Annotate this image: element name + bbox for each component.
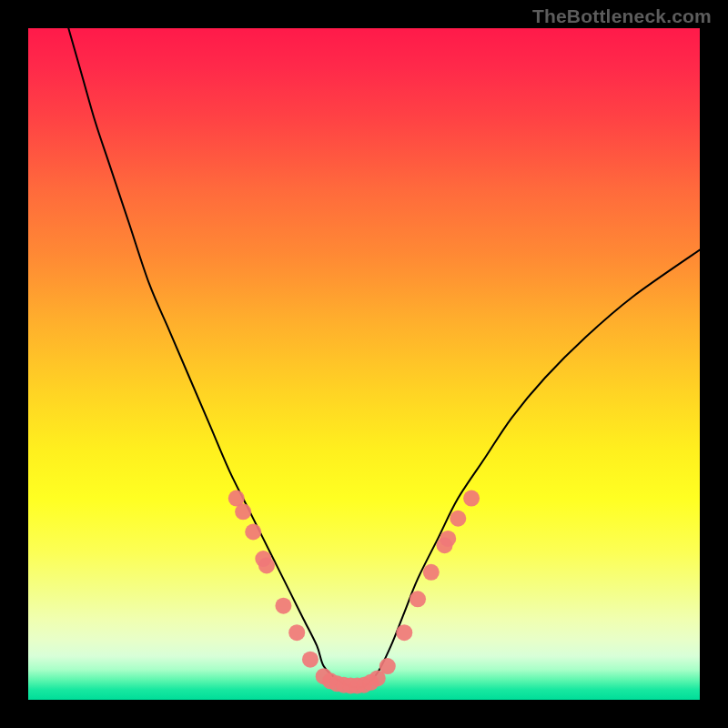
data-marker [423,564,440,581]
data-marker [463,490,480,507]
data-marker [275,598,291,614]
bottleneck-curve [68,28,700,688]
data-marker [379,658,396,674]
data-marker [410,591,426,607]
curve-svg [28,28,700,700]
watermark-text: TheBottleneck.com [532,5,712,27]
plot-area [28,28,700,700]
data-marker [258,557,275,573]
data-markers [228,490,480,694]
data-marker [450,511,466,527]
chart-container: TheBottleneck.com [0,0,728,728]
data-marker [396,624,412,641]
data-marker [302,652,318,668]
data-marker [288,624,305,641]
data-marker [440,531,456,547]
data-marker [245,524,261,541]
data-marker [235,503,251,520]
